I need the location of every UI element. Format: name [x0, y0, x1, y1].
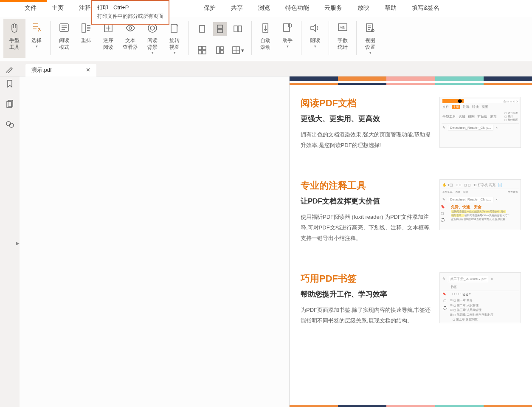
continuous-icon: [216, 25, 224, 33]
svg-text:AB: AB: [340, 25, 345, 30]
feature-desc: 使用福昕PDF阅读器 (foxit reader) 为PDF文件添加注释,可对P…: [301, 212, 432, 243]
menu-home[interactable]: 主页: [44, 0, 71, 16]
svg-rect-8: [217, 25, 222, 28]
pencil-icon[interactable]: [6, 65, 14, 73]
svg-rect-27: [7, 102, 11, 107]
expand-handle[interactable]: ▶: [15, 238, 20, 248]
wordcount-icon: AB: [337, 22, 349, 34]
svg-rect-12: [198, 46, 202, 50]
scroll-icon: [259, 22, 271, 34]
bottom-stripe: [290, 405, 532, 407]
feature-title: 巧用PDF书签: [301, 272, 432, 285]
feature-thumbnail-2: ✋ T◫⊕⊖◻ ◻TI 打字机 高亮📄 手型工具选择缩放文件转换 ✎Datash…: [439, 179, 521, 230]
svg-rect-15: [203, 51, 206, 54]
top-stripe: [290, 76, 532, 81]
read-aloud-button[interactable]: 朗读▾: [304, 19, 326, 58]
svg-rect-7: [200, 25, 205, 32]
word-count-button[interactable]: AB 字数 统计: [332, 19, 354, 58]
svg-point-26: [372, 29, 374, 32]
menu-protect[interactable]: 保护: [196, 0, 223, 16]
menu-browse[interactable]: 浏览: [251, 0, 278, 16]
feature-subtitle: 帮助您提升工作、学习效率: [301, 289, 432, 299]
svg-rect-9: [217, 29, 222, 33]
menu-cloud[interactable]: 云服务: [317, 0, 350, 16]
continuous-button[interactable]: [213, 22, 227, 36]
menu-share[interactable]: 共享: [223, 0, 251, 16]
hand-icon: [8, 22, 20, 34]
reflow-icon: [80, 22, 92, 34]
svg-rect-10: [234, 26, 237, 32]
svg-point-5: [150, 26, 155, 30]
svg-rect-1: [82, 24, 85, 32]
split-button[interactable]: ▾: [231, 43, 245, 57]
tooltip-shortcut: Ctrl+P: [113, 4, 129, 11]
single-page-button[interactable]: [195, 22, 209, 36]
facing-button[interactable]: [231, 22, 245, 36]
facing-icon: [234, 25, 242, 33]
select-button[interactable]: 选择▾: [25, 19, 48, 58]
view-settings-button[interactable]: 视图 设置▾: [359, 19, 381, 58]
layout-buttons: ▾: [191, 19, 249, 60]
split-icon: [232, 46, 240, 54]
feature-subtitle: 更强大、更实用、更高效: [301, 114, 432, 124]
svg-rect-11: [238, 26, 242, 32]
svg-rect-28: [8, 100, 13, 106]
feature-read: 阅读PDF文档 更强大、更实用、更高效 拥有出色的文档渲染效果,强大的页面管理功…: [290, 85, 532, 150]
pages-icon[interactable]: [6, 99, 14, 108]
document-viewport[interactable]: 阅读PDF文档 更强大、更实用、更高效 拥有出色的文档渲染效果,强大的页面管理功…: [20, 76, 532, 407]
bookmark-icon[interactable]: [6, 79, 14, 88]
svg-rect-16: [217, 47, 220, 54]
svg-rect-6: [171, 25, 177, 32]
feature-desc: 为PDF页面添加书签,除了实现内容的快速导航,书签还能指明不同书签的层级关系,展…: [301, 305, 432, 326]
close-tab-button[interactable]: ✕: [86, 67, 90, 73]
tooltip-desc: 打印文件中的部分或所有页面: [97, 12, 163, 20]
print-tooltip: 打印Ctrl+P 打印文件中的部分或所有页面: [91, 0, 169, 25]
cursor-icon: [31, 22, 42, 34]
menu-bar: 文件 主页 注释 保护 共享 浏览 特色功能 云服务 放映 帮助 填写&签名 打…: [0, 0, 532, 16]
svg-rect-17: [220, 47, 223, 50]
feature-title: 专业的注释工具: [301, 179, 432, 192]
tab-strip: 演示.pdf ✕: [0, 61, 532, 76]
main-area: ▶ 阅读PDF文档 更强大、更实用、更高效 拥有出色的文档渲染效果,强大的页面管…: [0, 76, 532, 407]
feature-title: 阅读PDF文档: [301, 97, 432, 110]
page-right: 阅读PDF文档 更强大、更实用、更高效 拥有出色的文档渲染效果,强大的页面管理功…: [290, 76, 532, 407]
settings-icon: [364, 22, 376, 34]
side-panel: ▶: [0, 76, 20, 407]
menu-file[interactable]: 文件: [17, 0, 44, 16]
svg-rect-18: [220, 51, 223, 54]
feature-thumbnail-1: ⎙ ⊡ ⊞ ⟲ ⟳ 文件主页注释转换视图 手型工具选择截图剪贴板缩放 ▢ 适合页…: [439, 97, 521, 148]
page-left: [20, 76, 290, 407]
feature-annotate: 专业的注释工具 让PDF文档发挥更大价值 使用福昕PDF阅读器 (foxit r…: [290, 167, 532, 243]
single-page-icon: [198, 25, 206, 33]
svg-point-4: [148, 24, 157, 32]
two-page-icon: [198, 46, 206, 54]
comments-icon[interactable]: [6, 120, 14, 128]
tab-filename: 演示.pdf: [31, 66, 52, 74]
speaker-icon: [309, 22, 321, 34]
feature-bookmark: 巧用PDF书签 帮助您提升工作、学习效率 为PDF页面添加书签,除了实现内容的快…: [290, 260, 532, 326]
reading-mode-button[interactable]: 阅读 模式: [53, 19, 75, 58]
ribbon: 手型 工具 选择▾ 阅读 模式 重排 逆序 阅读 文本 查看器 阅读 背景▾ 旋…: [0, 16, 532, 61]
document-tab[interactable]: 演示.pdf ✕: [25, 64, 96, 76]
svg-point-3: [129, 27, 132, 29]
menu-sign[interactable]: 填写&签名: [404, 0, 447, 16]
two-page-button[interactable]: [195, 43, 209, 57]
assistant-icon: [281, 22, 293, 34]
auto-scroll-button[interactable]: 自动 滚动: [254, 19, 276, 58]
book-icon: [58, 22, 70, 34]
rotate-icon: [169, 22, 180, 34]
menu-play[interactable]: 放映: [350, 0, 377, 16]
menu-help[interactable]: 帮助: [377, 0, 404, 16]
feature-desc: 拥有出色的文档渲染效果,强大的页面管理功能,帮助提升效率,是您阅读PDF的理想选…: [301, 130, 432, 150]
assistant-button[interactable]: 助手▾: [276, 19, 298, 58]
cover-page-button[interactable]: [213, 43, 227, 57]
svg-rect-14: [198, 51, 202, 54]
menu-features[interactable]: 特色功能: [278, 0, 317, 16]
feature-subtitle: 让PDF文档发挥更大价值: [301, 196, 432, 206]
hand-tool-button[interactable]: 手型 工具: [3, 19, 25, 58]
svg-rect-13: [203, 46, 206, 50]
feature-thumbnail-3: ✎员工手册_20120917.pdf× 书签 🔖▢ ▢ ▢ A̲ A̲ ▾ ▢💬…: [439, 272, 521, 323]
svg-point-22: [288, 24, 292, 27]
tooltip-title: 打印: [97, 4, 108, 11]
cover-icon: [216, 46, 224, 54]
